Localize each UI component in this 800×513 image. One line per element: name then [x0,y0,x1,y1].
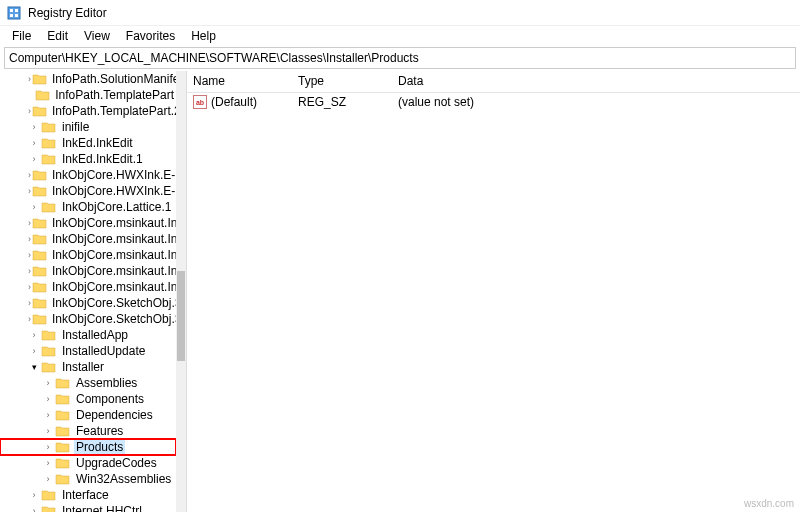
tree-item[interactable]: ›InkObjCore.msinkaut.InkRe [0,247,176,263]
tree-item[interactable]: ›Win32Assemblies [0,471,176,487]
folder-icon [55,392,71,406]
folder-icon [32,216,47,230]
tree-item[interactable]: ›InkEd.InkEdit [0,135,176,151]
folder-icon [55,424,71,438]
watermark: wsxdn.com [744,498,794,509]
menu-file[interactable]: File [4,27,39,45]
menu-favorites[interactable]: Favorites [118,27,183,45]
chevron-right-icon[interactable]: › [28,314,31,324]
tree-item[interactable]: ›InkObjCore.msinkaut.InkRe [0,263,176,279]
chevron-right-icon[interactable]: › [28,250,31,260]
tree-item[interactable]: ›InstalledUpdate [0,343,176,359]
chevron-right-icon[interactable]: › [28,218,31,228]
tree-item[interactable]: ›Components [0,391,176,407]
tree-item[interactable]: ›Interface [0,487,176,503]
tree-item-label: InfoPath.TemplatePart [53,88,176,102]
tree-item[interactable]: ›InkObjCore.HWXInk.E-Ink [0,167,176,183]
chevron-right-icon[interactable]: › [28,122,40,132]
tree-item-label: InfoPath.TemplatePart.2 [50,104,183,118]
tree-item-label: InkEd.InkEdit [60,136,135,150]
tree-item[interactable]: ›InfoPath.TemplatePart.2 [0,103,176,119]
tree-item[interactable]: ›UpgradeCodes [0,455,176,471]
tree-panel: ›InfoPath.SolutionManifest.InfoPath.Temp… [0,71,187,512]
tree-item[interactable]: ›InkEd.InkEdit.1 [0,151,176,167]
list-header: Name Type Data [187,71,800,93]
cell-type: REG_SZ [292,94,392,110]
tree-item-label: Dependencies [74,408,155,422]
tree-item[interactable]: ›Assemblies [0,375,176,391]
chevron-right-icon[interactable]: › [42,474,54,484]
chevron-right-icon[interactable]: › [28,170,31,180]
chevron-right-icon[interactable]: › [28,74,31,84]
svg-rect-1 [10,9,13,12]
menu-help[interactable]: Help [183,27,224,45]
chevron-right-icon[interactable]: › [28,202,40,212]
content-area: ›InfoPath.SolutionManifest.InfoPath.Temp… [0,71,800,512]
folder-icon [41,504,57,512]
tree-item-label: InkObjCore.msinkaut.InkOb [50,216,187,230]
chevron-down-icon[interactable]: ▾ [28,362,40,372]
list-row[interactable]: ab(Default)REG_SZ(value not set) [187,93,800,111]
menu-view[interactable]: View [76,27,118,45]
tree-item-label: InstalledApp [60,328,130,342]
chevron-right-icon[interactable]: › [28,506,40,512]
chevron-right-icon[interactable]: › [42,410,54,420]
tree-item[interactable]: ›inifile [0,119,176,135]
folder-icon [41,488,57,502]
chevron-right-icon[interactable]: › [42,426,54,436]
chevron-right-icon[interactable]: › [42,458,54,468]
chevron-right-icon[interactable]: › [28,154,40,164]
tree-item-label: Features [74,424,125,438]
tree-item[interactable]: ›InkObjCore.Lattice.1 [0,199,176,215]
tree-item-label: InkObjCore.msinkaut.InkTra [50,280,187,294]
tree-scroll[interactable]: ›InfoPath.SolutionManifest.InfoPath.Temp… [0,71,176,512]
tree-item-label: inifile [60,120,91,134]
address-path: Computer\HKEY_LOCAL_MACHINE\SOFTWARE\Cla… [9,51,419,65]
svg-rect-3 [10,14,13,17]
tree-item[interactable]: ›Products [0,439,176,455]
folder-icon [32,248,47,262]
chevron-right-icon[interactable]: › [28,234,31,244]
chevron-right-icon[interactable]: › [28,330,40,340]
tree-item[interactable]: ›InkObjCore.SketchObj.Sketc [0,311,176,327]
tree-item-label: Win32Assemblies [74,472,173,486]
tree-item[interactable]: ›InstalledApp [0,327,176,343]
tree-item[interactable]: ›InkObjCore.SketchObj.Sketc [0,295,176,311]
col-type[interactable]: Type [292,71,392,92]
tree-item[interactable]: ›InkObjCore.msinkaut.InkRe [0,231,176,247]
chevron-right-icon[interactable]: › [42,394,54,404]
tree-item[interactable]: ›Features [0,423,176,439]
tree-item[interactable]: ›InkObjCore.HWXInk.E-Ink.1 [0,183,176,199]
col-data[interactable]: Data [392,71,800,92]
chevron-right-icon[interactable]: › [28,138,40,148]
tree-item[interactable]: ›Dependencies [0,407,176,423]
chevron-right-icon[interactable]: › [28,282,31,292]
folder-icon [55,456,71,470]
folder-icon [41,136,57,150]
chevron-right-icon[interactable]: › [28,346,40,356]
tree-item[interactable]: ▾Installer [0,359,176,375]
folder-icon [32,168,47,182]
tree-item[interactable]: ›InfoPath.SolutionManifest. [0,71,176,87]
chevron-right-icon[interactable]: › [42,378,54,388]
address-bar[interactable]: Computer\HKEY_LOCAL_MACHINE\SOFTWARE\Cla… [4,47,796,69]
tree-item[interactable]: ›InkObjCore.msinkaut.InkTra [0,279,176,295]
chevron-right-icon[interactable]: › [42,442,54,452]
chevron-right-icon[interactable]: › [28,266,31,276]
tree-item-label: Assemblies [74,376,139,390]
tree-scrollbar-thumb[interactable] [177,271,185,361]
chevron-right-icon[interactable]: › [28,186,31,196]
chevron-right-icon[interactable]: › [28,490,40,500]
col-name[interactable]: Name [187,71,292,92]
menu-edit[interactable]: Edit [39,27,76,45]
tree-item[interactable]: ›InkObjCore.msinkaut.InkOb [0,215,176,231]
chevron-right-icon[interactable]: › [28,106,31,116]
chevron-right-icon[interactable]: › [28,298,31,308]
tree-item-label: InkObjCore.msinkaut.InkRe [50,232,187,246]
folder-icon [55,376,71,390]
folder-icon [55,408,71,422]
tree-item[interactable]: ›Internet.HHCtrl [0,503,176,512]
tree-scrollbar[interactable] [176,71,186,512]
app-icon [6,5,22,21]
tree-item[interactable]: InfoPath.TemplatePart [0,87,176,103]
